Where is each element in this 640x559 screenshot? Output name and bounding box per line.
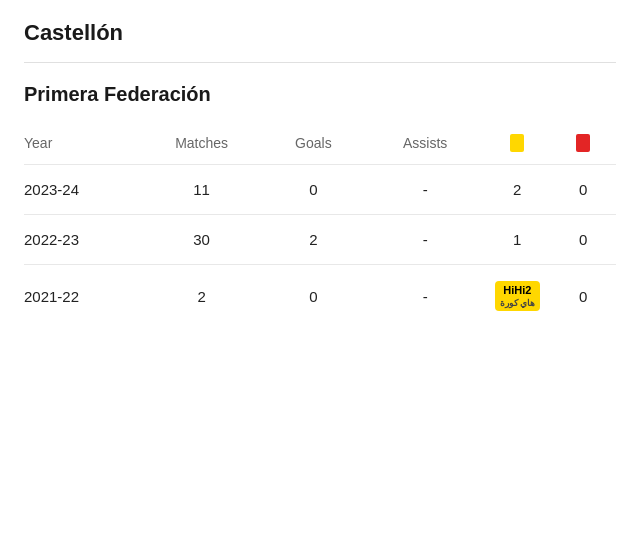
yellow-value: HiHi2 هاي كورة: [495, 281, 541, 311]
badge-top: HiHi2: [500, 283, 536, 297]
cell-goals: 0: [261, 165, 366, 215]
cell-goals: 2: [261, 215, 366, 265]
header-yellow-card: [484, 126, 550, 165]
stats-table: Year Matches Goals Assists 2023-24 11 0 …: [24, 126, 616, 327]
cell-goals: 0: [261, 265, 366, 327]
cell-year: 2021-22: [24, 265, 142, 327]
club-title: Castellón: [24, 20, 616, 63]
yellow-card-icon: [510, 134, 524, 152]
cell-assists: -: [366, 165, 484, 215]
red-card-icon: [576, 134, 590, 152]
cell-red: 0: [550, 265, 616, 327]
table-row: 2022-23 30 2 - 1 0: [24, 215, 616, 265]
badge-bottom: هاي كورة: [500, 298, 536, 310]
header-goals: Goals: [261, 126, 366, 165]
cell-matches: 11: [142, 165, 260, 215]
badge-number: 2: [525, 284, 531, 296]
competition-title: Primera Federación: [24, 83, 616, 106]
cell-yellow: HiHi2 هاي كورة: [484, 265, 550, 327]
cell-year: 2023-24: [24, 165, 142, 215]
cell-matches: 30: [142, 215, 260, 265]
table-row: 2021-22 2 0 - HiHi2 هاي كورة 0: [24, 265, 616, 327]
table-row: 2023-24 11 0 - 2 0: [24, 165, 616, 215]
page-container: Castellón Primera Federación Year Matche…: [0, 0, 640, 347]
cell-assists: -: [366, 265, 484, 327]
cell-yellow: 2: [484, 165, 550, 215]
cell-yellow: 1: [484, 215, 550, 265]
cell-year: 2022-23: [24, 215, 142, 265]
cell-red: 0: [550, 165, 616, 215]
cell-matches: 2: [142, 265, 260, 327]
cell-assists: -: [366, 215, 484, 265]
header-red-card: [550, 126, 616, 165]
header-year: Year: [24, 126, 142, 165]
table-header-row: Year Matches Goals Assists: [24, 126, 616, 165]
header-matches: Matches: [142, 126, 260, 165]
header-assists: Assists: [366, 126, 484, 165]
stats-tbody: 2023-24 11 0 - 2 0 2022-23 30 2 - 1 0 20…: [24, 165, 616, 327]
hihi-watermark-badge: HiHi2 هاي كورة: [495, 281, 541, 311]
cell-red: 0: [550, 215, 616, 265]
